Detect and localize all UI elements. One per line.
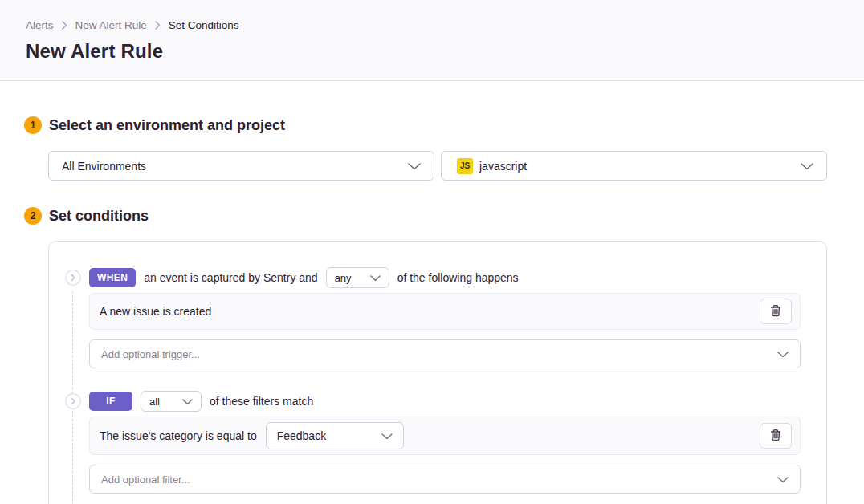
delete-trigger-button[interactable] bbox=[760, 299, 792, 324]
filter-row: The issue's category is equal to Feedbac… bbox=[89, 417, 801, 455]
when-badge: WHEN bbox=[89, 268, 136, 287]
when-rows: A new issue is created Add optional trig… bbox=[89, 293, 801, 368]
add-optional-trigger-select[interactable]: Add optional trigger... bbox=[89, 339, 801, 368]
when-frequency-select[interactable]: any bbox=[326, 267, 389, 288]
page-header: Alerts New Alert Rule Set Conditions New… bbox=[0, 0, 864, 81]
if-section: IF all of these filters match The issue'… bbox=[65, 391, 801, 494]
if-header: IF all of these filters match bbox=[65, 391, 801, 412]
page-title: New Alert Rule bbox=[26, 40, 838, 63]
chevron-down-icon bbox=[381, 429, 393, 442]
environment-select[interactable]: All Environments bbox=[48, 151, 434, 181]
collapse-circle-chevron-icon[interactable] bbox=[65, 270, 81, 286]
when-text-after: of the following happens bbox=[397, 271, 519, 284]
chevron-down-icon bbox=[777, 474, 789, 486]
javascript-platform-icon: JS bbox=[457, 158, 473, 174]
breadcrumb-set-conditions: Set Conditions bbox=[169, 19, 239, 31]
breadcrumb-new-alert-rule[interactable]: New Alert Rule bbox=[75, 19, 147, 31]
chevron-down-icon bbox=[408, 160, 421, 173]
if-text-after: of these filters match bbox=[210, 395, 313, 408]
if-badge: IF bbox=[89, 392, 132, 411]
step2-title: Set conditions bbox=[49, 208, 149, 225]
step1-header: 1 Select an environment and project bbox=[24, 116, 827, 134]
environment-select-value: All Environments bbox=[62, 160, 146, 173]
if-rows: The issue's category is equal to Feedbac… bbox=[89, 417, 801, 494]
collapse-circle-chevron-icon[interactable] bbox=[65, 393, 81, 409]
chevron-right-icon bbox=[155, 21, 161, 30]
add-optional-trigger-placeholder: Add optional trigger... bbox=[101, 348, 200, 360]
chevron-down-icon bbox=[777, 348, 789, 360]
filter-category-value: Feedback bbox=[277, 429, 326, 442]
breadcrumb-alerts[interactable]: Alerts bbox=[26, 19, 54, 31]
when-text-before: an event is captured by Sentry and bbox=[144, 271, 317, 284]
main-content: 1 Select an environment and project All … bbox=[0, 116, 864, 504]
step1-title: Select an environment and project bbox=[49, 117, 285, 134]
step2-header: 2 Set conditions bbox=[24, 207, 827, 225]
add-optional-filter-select[interactable]: Add optional filter... bbox=[89, 465, 801, 494]
step2-number-badge: 2 bbox=[24, 207, 42, 225]
filter-category-select[interactable]: Feedback bbox=[266, 422, 404, 449]
chevron-down-icon bbox=[370, 272, 381, 284]
filter-row-label: The issue's category is equal to bbox=[98, 429, 257, 442]
conditions-card: WHEN an event is captured by Sentry and … bbox=[48, 241, 827, 504]
if-match-select[interactable]: all bbox=[141, 391, 202, 412]
when-header: WHEN an event is captured by Sentry and … bbox=[65, 267, 801, 288]
project-select-value: javascript bbox=[479, 160, 527, 173]
environment-project-row: All Environments JS javascript bbox=[48, 151, 827, 181]
project-select[interactable]: JS javascript bbox=[441, 151, 827, 181]
trigger-row: A new issue is created bbox=[89, 293, 801, 330]
trash-icon bbox=[769, 429, 782, 444]
when-frequency-value: any bbox=[335, 272, 352, 284]
trash-icon bbox=[769, 304, 782, 319]
delete-filter-button[interactable] bbox=[760, 423, 792, 449]
step1-number-badge: 1 bbox=[24, 116, 42, 134]
chevron-right-icon bbox=[62, 21, 67, 30]
if-match-value: all bbox=[149, 396, 160, 408]
chevron-down-icon bbox=[801, 160, 813, 173]
when-section: WHEN an event is captured by Sentry and … bbox=[65, 267, 801, 368]
add-optional-filter-placeholder: Add optional filter... bbox=[101, 474, 190, 486]
breadcrumb: Alerts New Alert Rule Set Conditions bbox=[26, 19, 838, 31]
trigger-row-label: A new issue is created bbox=[98, 305, 211, 318]
chevron-down-icon bbox=[182, 396, 193, 408]
